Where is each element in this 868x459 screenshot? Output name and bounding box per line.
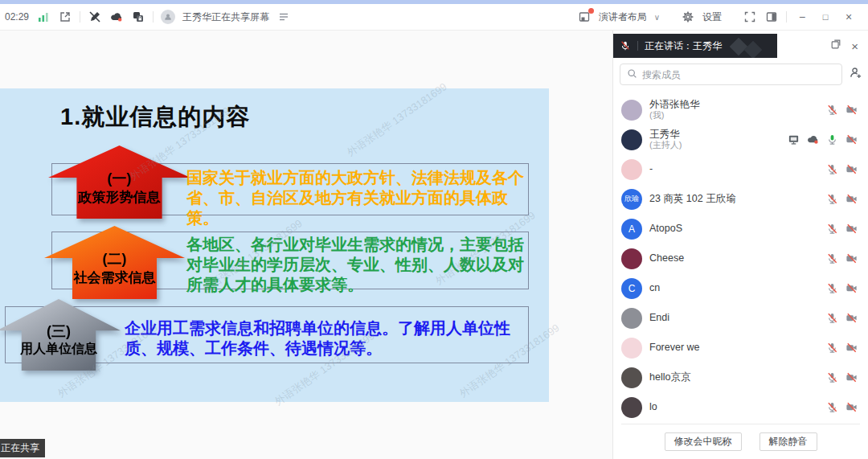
participant-name: 外语张艳华 — [649, 100, 700, 110]
participant-status-icons — [826, 223, 858, 235]
employer-text: 企业用工需求信息和招聘单位的信息。了解用人单位性质、规模、工作条件、待遇情况等。 — [125, 318, 528, 359]
camera-off-icon — [845, 223, 858, 235]
camera-off-icon — [845, 342, 858, 354]
security-icon[interactable] — [131, 10, 145, 24]
close-window-button[interactable]: × — [841, 10, 857, 23]
side-panel-toggle-icon[interactable] — [764, 10, 779, 24]
participant-row[interactable]: 王秀华 (主持人) — [613, 125, 868, 154]
participant-name: 王秀华 — [649, 129, 682, 140]
camera-off-icon — [845, 104, 858, 116]
decor-diamond — [744, 41, 763, 58]
participant-name: - — [649, 164, 653, 174]
camera-off-icon — [845, 252, 858, 264]
toolbar-divider — [153, 11, 154, 23]
participant-row[interactable]: - — [613, 154, 868, 184]
arrow-label: 用人单位信息 — [0, 341, 121, 358]
participant-avatar — [621, 308, 642, 329]
mic-on-icon — [826, 133, 838, 145]
demand-text: 各地区、各行业对毕业生需求的情况，主要包括对毕业生的学历层次、专业、性别、人数以… — [186, 235, 530, 295]
screen-share-icon — [788, 133, 800, 145]
participant-name: Cheese — [649, 253, 684, 264]
arrow-num: (一) — [48, 169, 190, 188]
participants-panel: 正在讲话：王秀华 × 外语张艳华 (我) 王秀华 (主持 — [612, 31, 868, 459]
participant-status-icons — [826, 371, 858, 383]
participant-name: Endi — [649, 313, 669, 323]
participant-avatar — [621, 338, 642, 359]
mic-muted-icon — [826, 312, 838, 324]
add-member-icon[interactable] — [849, 66, 862, 83]
settings-button-label[interactable]: 设置 — [702, 10, 722, 24]
decor-diamond — [730, 38, 748, 56]
camera-off-icon — [845, 312, 858, 324]
mic-muted-icon — [826, 163, 838, 175]
mic-muted-white-icon — [620, 40, 631, 51]
participant-row[interactable]: Cheese — [613, 244, 868, 273]
participant-name: AtopoS — [649, 223, 682, 234]
participant-avatar — [621, 159, 642, 180]
search-input[interactable] — [642, 69, 835, 80]
presentation-slide: 1.就业信息的内容 (一) 政策形势信息 国家关于就业方面的大政方针、法律法规及… — [0, 88, 549, 402]
maximize-button[interactable]: □ — [817, 12, 833, 22]
camera-off-icon — [845, 133, 858, 145]
signal-strength-icon — [36, 10, 51, 24]
participant-role: (主持人) — [649, 140, 682, 150]
participant-status-icons — [826, 163, 858, 175]
meeting-timer: 02:29 — [5, 11, 29, 23]
member-search-box[interactable] — [620, 64, 842, 85]
arrow-employer: (三) 用人单位信息 — [0, 299, 121, 371]
participant-row[interactable]: C cn — [613, 273, 868, 303]
fullscreen-icon[interactable] — [743, 10, 757, 24]
unmute-button[interactable]: 解除静音 — [760, 432, 817, 451]
popout-share-icon[interactable] — [58, 10, 72, 24]
presenter-avatar — [161, 10, 175, 24]
mic-muted-icon — [826, 223, 838, 235]
participant-name: lo — [649, 402, 657, 412]
mic-muted-icon — [826, 193, 838, 205]
camera-off-icon — [845, 193, 858, 205]
cloud-recording-icon[interactable] — [109, 10, 124, 24]
camera-off-icon — [845, 371, 858, 383]
layout-button-label[interactable]: 演讲者布局 — [599, 10, 647, 24]
search-icon — [627, 68, 637, 82]
camera-off-icon — [845, 401, 858, 413]
participant-name: 23 商英 102 王欣瑜 — [649, 194, 736, 204]
speak-bar-divider — [637, 41, 638, 51]
participant-row[interactable]: Endi — [613, 303, 868, 333]
layout-alert-dot — [588, 8, 594, 14]
participant-avatar — [621, 100, 642, 121]
participant-name: Forever we — [649, 342, 700, 353]
member-list[interactable]: 外语张艳华 (我) 王秀华 (主持人) - 欣瑜 23 商英 102 王欣瑜 A… — [613, 95, 868, 424]
participant-row[interactable]: hello京京 — [613, 363, 868, 392]
participant-row[interactable]: A AtopoS — [613, 214, 868, 244]
sharing-menu-icon[interactable] — [276, 10, 291, 24]
participant-status-icons — [826, 252, 858, 264]
watermark-text: 外语张艳华 13733181699 — [344, 80, 450, 160]
chevron-down-icon[interactable]: ∨ — [654, 13, 660, 22]
meeting-toolbar: 02:29 王秀华正在共享屏幕 演讲者布局 ∨ 设置 − □ × — [0, 4, 868, 31]
participant-avatar: C — [621, 278, 642, 299]
close-panel-icon[interactable]: × — [851, 39, 858, 53]
toolbar-divider — [786, 11, 787, 23]
layout-icon[interactable] — [577, 10, 592, 24]
popout-panel-icon[interactable] — [830, 39, 841, 53]
mic-muted-icon — [826, 401, 838, 413]
participant-row[interactable]: lo — [613, 392, 868, 422]
toolbar-divider — [80, 11, 80, 23]
participant-status-icons — [788, 133, 858, 145]
mic-muted-icon — [826, 104, 838, 116]
gear-icon[interactable] — [681, 10, 695, 24]
participant-row[interactable]: 欣瑜 23 商英 102 王欣瑜 — [613, 184, 868, 214]
participant-avatar — [621, 397, 642, 418]
slide-title: 1.就业信息的内容 — [60, 101, 250, 133]
arrow-policy: (一) 政策形势信息 — [48, 145, 190, 219]
participant-row[interactable]: Forever we — [613, 333, 868, 363]
participant-avatar — [621, 129, 642, 150]
panel-footer: 修改会中昵称 解除静音 — [621, 424, 860, 459]
participant-avatar: 欣瑜 — [621, 189, 642, 210]
annotation-disabled-icon[interactable] — [88, 10, 102, 24]
participant-row[interactable]: 外语张艳华 (我) — [613, 95, 868, 125]
rename-button[interactable]: 修改会中昵称 — [665, 432, 742, 451]
mic-muted-icon — [826, 371, 838, 383]
minimize-button[interactable]: − — [794, 10, 810, 23]
arrow-num: (三) — [0, 322, 121, 341]
